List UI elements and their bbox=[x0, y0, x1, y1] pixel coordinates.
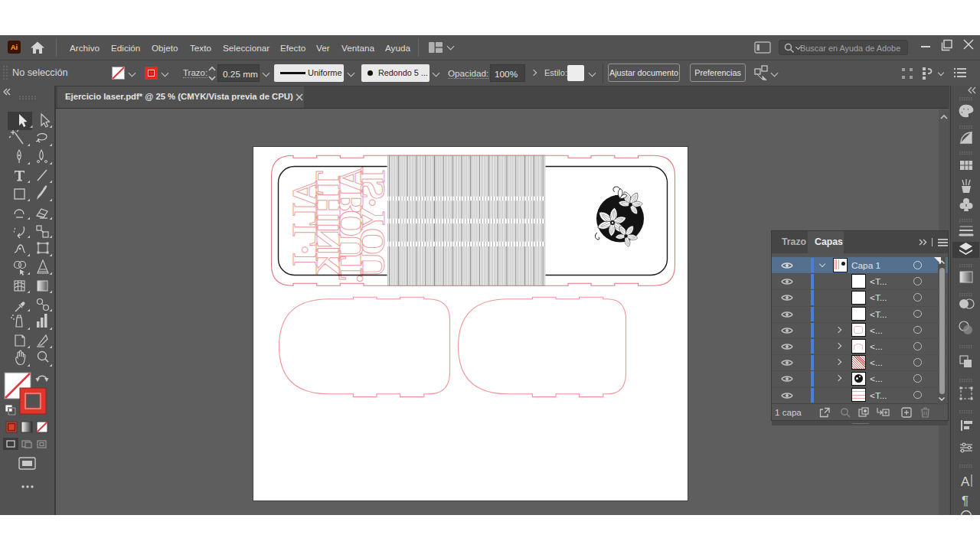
svg-text:A: A bbox=[961, 474, 970, 489]
svg-text:IS·YOU: IS·YOU bbox=[353, 169, 392, 277]
svg-text:¶: ¶ bbox=[962, 494, 969, 508]
